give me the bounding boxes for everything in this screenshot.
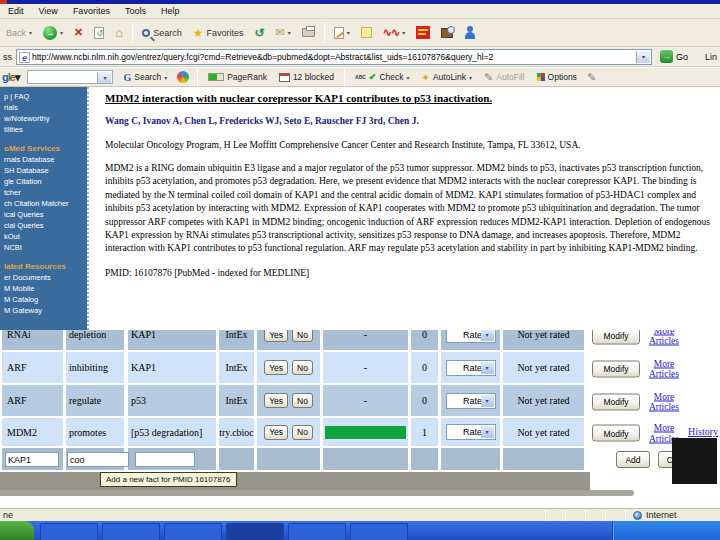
mail-button[interactable]: ✉▾ — [274, 22, 293, 44]
yes-button[interactable]: Yes — [264, 360, 288, 375]
select-arrow-icon[interactable]: ▾ — [481, 329, 494, 341]
sidebar-item-special-queries[interactable]: cial Queries — [4, 220, 87, 231]
sidebar-item-single-citation[interactable]: gle Citation — [4, 176, 87, 187]
menu-edit[interactable]: Edit — [8, 6, 24, 16]
no-button[interactable]: No — [292, 393, 313, 408]
new-relation-input[interactable] — [67, 452, 129, 467]
autolink-wand-icon: ✦ — [422, 72, 430, 83]
google-news-icon[interactable] — [177, 71, 189, 83]
no-button[interactable]: No — [292, 360, 313, 375]
menu-favorites[interactable]: Favorites — [73, 6, 110, 16]
taskbar-button[interactable] — [40, 523, 98, 540]
facts-table: RNAi depletion KAP1 IntEx Yes No - 0 Rat… — [0, 319, 720, 490]
background-window-fragment — [672, 438, 717, 484]
taskbar-button[interactable] — [350, 523, 408, 540]
research-button[interactable] — [439, 22, 455, 44]
fact-vote-cell: Yes No — [257, 352, 320, 383]
sidebar-item-clinical-queries[interactable]: ical Queries — [4, 209, 87, 220]
popup-blocker-button[interactable]: 12 blocked — [277, 66, 336, 88]
refresh-button[interactable]: ↺ — [92, 22, 106, 44]
favorites-button[interactable]: ★ Favorites — [191, 22, 246, 44]
select-arrow-icon[interactable]: ▾ — [481, 362, 494, 374]
more-articles-link[interactable]: MoreArticles — [640, 358, 688, 379]
modify-button[interactable]: Modify — [592, 425, 640, 442]
sidebar-item-batch-citation-matcher[interactable]: ch Citation Matcher — [4, 198, 87, 209]
fact-rate-cell: Rate▾ — [441, 352, 500, 383]
menu-tools[interactable]: Tools — [125, 6, 146, 16]
select-arrow-icon[interactable]: ▾ — [481, 395, 494, 407]
google-logo-dropdown-icon[interactable]: ▾ — [15, 71, 20, 83]
sidebar-item-eutilities[interactable]: tilities — [4, 124, 87, 135]
highlighter-button[interactable]: ∿∿▾ — [381, 22, 407, 44]
rate-select[interactable]: Rate▾ — [446, 424, 496, 440]
menu-view[interactable]: View — [39, 6, 58, 16]
sidebar-item-nlm-mobile[interactable]: M Mobile — [4, 283, 87, 294]
stop-button[interactable]: ✕ — [72, 22, 85, 44]
sidebar-item-order-documents[interactable]: er Documents — [4, 272, 87, 283]
check-dropdown-icon[interactable]: ▾ — [407, 74, 410, 81]
modify-button[interactable]: Modify — [592, 360, 640, 377]
sidebar-item-journals-database[interactable]: rnals Database — [4, 154, 87, 165]
forward-button[interactable]: →▾ — [41, 22, 65, 44]
new-entity2-input[interactable] — [135, 452, 195, 467]
pagerank-label: PageRank — [227, 72, 267, 82]
autolink-dropdown-icon[interactable]: ▾ — [469, 74, 472, 81]
edit-page-button[interactable]: ▾ — [332, 22, 352, 44]
forward-dropdown-icon[interactable]: ▾ — [60, 29, 63, 36]
sidebar-item-mesh-database[interactable]: SH Database — [4, 165, 87, 176]
back-dropdown-icon[interactable]: ▾ — [29, 29, 32, 36]
yes-button[interactable]: Yes — [264, 393, 288, 408]
pen-icon[interactable]: ✎ — [587, 71, 596, 84]
sidebar-item-linkout[interactable]: kOut — [4, 231, 87, 242]
taskbar-button[interactable] — [102, 523, 160, 540]
print-button[interactable] — [300, 22, 317, 44]
go-button[interactable]: → Go — [660, 50, 688, 63]
history-button[interactable]: ↺ — [252, 22, 266, 44]
more-articles-link[interactable]: MoreArticles — [640, 391, 688, 412]
google-search-dropdown-icon[interactable]: ▾ — [97, 72, 111, 83]
select-arrow-icon[interactable]: ▾ — [481, 426, 494, 438]
rate-select[interactable]: Rate▾ — [446, 360, 496, 376]
rate-select[interactable]: Rate▾ — [446, 393, 496, 409]
add-button[interactable]: Add — [616, 451, 650, 468]
history-link[interactable]: History — [688, 426, 718, 437]
address-input[interactable]: e http://www.ncbi.nlm.nih.gov/entrez/que… — [16, 49, 652, 65]
google-search-input[interactable]: ▾ — [27, 70, 113, 84]
spellcheck-button[interactable]: ABC✔ Check ▾ — [353, 66, 412, 88]
sidebar-item-tutorials[interactable]: rials — [4, 102, 87, 113]
horizontal-scrollbar[interactable] — [0, 490, 634, 496]
taskbar-button-active[interactable] — [226, 523, 284, 540]
edit-dropdown-icon[interactable]: ▾ — [347, 29, 350, 36]
sidebar-item-nlm-catalog[interactable]: M Catalog — [4, 294, 87, 305]
cbioc-button[interactable] — [414, 22, 432, 44]
edit-page-icon — [334, 27, 344, 39]
back-button[interactable]: Back▾ — [4, 22, 34, 44]
yes-button[interactable]: Yes — [264, 425, 288, 440]
search-button[interactable]: Search — [140, 22, 184, 44]
autofill-button[interactable]: ✎ AutoFill — [482, 66, 527, 88]
sidebar-item-new-noteworthy[interactable]: w/Noteworthy — [4, 113, 87, 124]
status-pane-divider — [585, 510, 586, 521]
start-button-fragment[interactable] — [0, 521, 34, 540]
google-search-button[interactable]: G Search ▾ — [121, 66, 169, 88]
sidebar-item-nlm-gateway[interactable]: M Gateway — [4, 305, 87, 316]
mail-dropdown-icon[interactable]: ▾ — [288, 29, 291, 36]
messenger-button[interactable] — [462, 22, 478, 44]
autolink-button[interactable]: ✦ AutoLink ▾ — [420, 66, 475, 88]
highlighter-dropdown-icon[interactable]: ▾ — [402, 29, 405, 36]
new-entity1-input[interactable] — [5, 452, 59, 467]
pagerank-button[interactable]: PageRank — [206, 66, 269, 88]
discuss-button[interactable] — [359, 22, 374, 44]
address-dropdown-icon[interactable]: ▾ — [636, 51, 650, 63]
sidebar-item-help-faq[interactable]: p | FAQ — [4, 91, 87, 102]
no-button[interactable]: No — [292, 425, 313, 440]
menu-help[interactable]: Help — [161, 6, 180, 16]
taskbar-button[interactable] — [164, 523, 222, 540]
options-button[interactable]: Options — [535, 66, 579, 88]
modify-button[interactable]: Modify — [592, 393, 640, 410]
sidebar-item-single-citation-2[interactable]: tcher — [4, 187, 87, 198]
taskbar-button[interactable] — [288, 523, 346, 540]
google-search-dropdown-icon[interactable]: ▾ — [164, 74, 167, 81]
home-button[interactable]: ⌂ — [113, 22, 125, 44]
sidebar-item-my-ncbi[interactable]: NCBI — [4, 242, 87, 253]
